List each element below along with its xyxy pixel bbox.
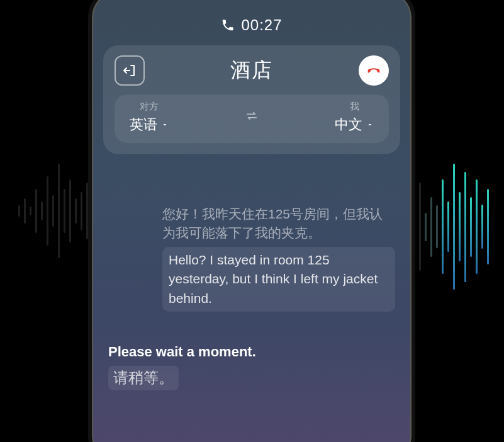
translation-header-card: 酒店 对方 英语 (103, 45, 400, 154)
end-call-button[interactable] (359, 55, 389, 86)
call-duration-text: 00:27 (241, 16, 282, 34)
incoming-translated-text: Hello? I stayed in room 125 yesterday, b… (162, 247, 395, 312)
other-language-value: 英语 (130, 115, 157, 134)
outgoing-translated-text: 请稍等。 (108, 366, 179, 390)
hangup-icon (365, 62, 383, 79)
call-timer: 00:27 (92, 16, 412, 34)
language-selector-row: 对方 英语 我 中文 (115, 94, 389, 143)
other-language-selector[interactable]: 对方 英语 (130, 101, 169, 134)
phone-frame: 00:27 酒店 对方 (88, 0, 415, 442)
outgoing-message: Please wait a moment. 请稍等。 (108, 342, 341, 390)
swap-languages-button[interactable] (245, 109, 259, 126)
phone-icon (221, 18, 235, 32)
conversation-area: 您好！我昨天住在125号房间，但我认为我可能落下了我的夹克。 Hello? I … (92, 154, 412, 390)
exit-icon (122, 63, 137, 78)
chevron-down-icon (366, 121, 374, 128)
self-language-selector[interactable]: 我 中文 (335, 101, 374, 134)
swap-icon (245, 109, 259, 123)
exit-button[interactable] (115, 55, 145, 86)
incoming-message: 您好！我昨天住在125号房间，但我认为我可能落下了我的夹克。 Hello? I … (162, 205, 395, 312)
soundwave-left (0, 164, 88, 258)
contact-title: 酒店 (230, 57, 273, 84)
other-language-label: 对方 (140, 101, 159, 113)
outgoing-source-text: Please wait a moment. (108, 342, 341, 362)
incoming-source-text: 您好！我昨天住在125号房间，但我认为我可能落下了我的夹克。 (162, 205, 395, 243)
self-language-value: 中文 (335, 115, 362, 134)
self-language-label: 我 (350, 101, 359, 113)
chevron-down-icon (161, 121, 169, 128)
